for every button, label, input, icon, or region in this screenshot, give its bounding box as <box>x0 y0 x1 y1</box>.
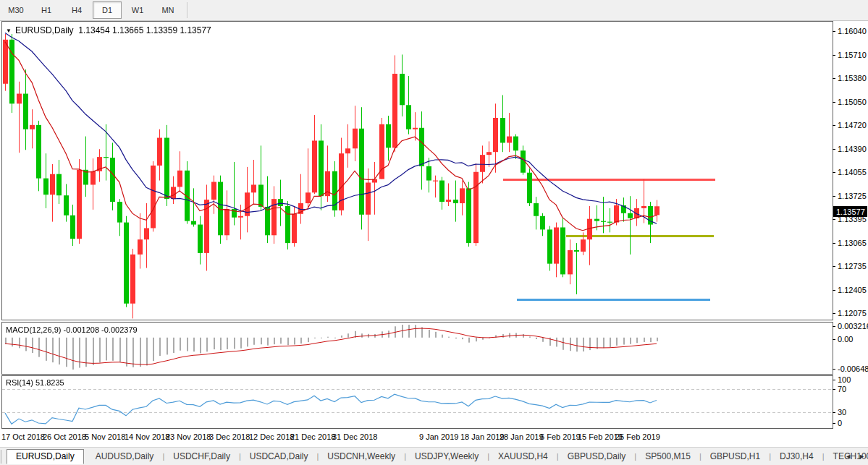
date-label: 5 Nov 2018 <box>85 432 125 441</box>
price-tick: 1.14055 <box>833 168 868 176</box>
tab-audusd[interactable]: AUDUSD,Daily <box>87 449 163 464</box>
price-tick: 1.15050 <box>833 98 868 106</box>
price-tick-label: 1.12735 <box>838 262 867 270</box>
date-label: 12 Dec 2018 <box>249 432 294 441</box>
tab-dj30[interactable]: DJ30,H4 <box>771 449 822 464</box>
price-tick: 1.12735 <box>833 262 868 270</box>
axis-tick-dash <box>833 125 835 126</box>
axis-tick-dash <box>833 369 835 370</box>
tab-usdjpy[interactable]: USDJPY,Weekly <box>406 449 487 464</box>
chart-tabbar: EURUSD,DailyAUDUSD,Daily|USDCHF,Daily|US… <box>0 447 868 465</box>
date-label: 25 Feb 2019 <box>615 432 660 441</box>
axis-tick-dash <box>833 266 835 267</box>
rsi-tick: 100 <box>833 375 868 384</box>
rsi-tick: 30 <box>833 408 868 417</box>
axis-tick-dash <box>833 313 835 314</box>
axis-tick-dash <box>833 412 835 413</box>
axis-tick-dash <box>833 290 835 291</box>
price-tick: 1.14390 <box>833 145 868 153</box>
rsi-title: RSI(14) 51.8235 <box>6 378 64 387</box>
price-chart-pane <box>1 21 833 320</box>
price-tick-label: 1.12075 <box>838 309 867 317</box>
timeframe-button-w1[interactable]: W1 <box>123 1 152 19</box>
tab-usdcnh[interactable]: USDCNH,Weekly <box>319 449 404 464</box>
tab-xauusd[interactable]: XAUUSD,H4 <box>489 449 557 464</box>
price-tick: 1.13065 <box>833 239 868 247</box>
tab-sp500[interactable]: SP500,M15 <box>636 449 699 464</box>
price-tick-label: 1.15710 <box>838 51 867 59</box>
macd-tick-label: -0.006485 <box>838 364 868 373</box>
axis-tick-dash <box>833 31 835 32</box>
price-tick-label: 1.14055 <box>838 168 867 176</box>
tab-usdchf[interactable]: USDCHF,Daily <box>164 449 239 464</box>
axis-tick-dash <box>833 102 835 103</box>
trading-terminal-window: M30H1H4D1W1MN ▼EURUSD,Daily 1.13454 1.13… <box>0 0 868 465</box>
tab-scroll-left-icon[interactable]: ◄ <box>845 453 851 461</box>
tab-gbpusd[interactable]: GBPUSD,Daily <box>559 449 635 464</box>
tab-scroll-right-icon[interactable]: ► <box>859 453 865 461</box>
rsi-canvas[interactable] <box>2 376 833 428</box>
date-label: 26 Oct 2018 <box>43 432 86 441</box>
chevron-down-icon[interactable]: ▼ <box>6 27 12 34</box>
tab-usdcad[interactable]: USDCAD,Daily <box>241 449 317 464</box>
axis-tick-dash <box>833 219 835 220</box>
timeframe-button-m30[interactable]: M30 <box>1 1 30 19</box>
timeframe-button-mn[interactable]: MN <box>153 1 182 19</box>
toolbar-separator <box>187 2 188 18</box>
price-tick-label: 1.14720 <box>838 121 867 129</box>
price-tick-label: 1.12405 <box>838 286 867 294</box>
axis-tick-dash <box>833 172 835 173</box>
ohlc-values: 1.13454 1.13665 1.13359 1.13577 <box>78 25 211 35</box>
price-tick: 1.15380 <box>833 74 868 82</box>
timeframe-toolbar: M30H1H4D1W1MN <box>0 0 868 21</box>
date-label: 21 Dec 2018 <box>290 432 335 441</box>
date-label: 18 Jan 2019 <box>460 432 505 441</box>
price-tick-label: 1.16040 <box>838 27 867 35</box>
macd-tick: 0.003216 <box>833 322 868 330</box>
date-label: 23 Nov 2018 <box>166 432 211 441</box>
price-tick: 1.16040 <box>833 27 868 35</box>
tabs-holder: EURUSD,DailyAUDUSD,Daily|USDCHF,Daily|US… <box>2 449 868 464</box>
date-label: 9 Jan 2019 <box>419 432 458 441</box>
macd-title: MACD(12,26,9) -0.001208 -0.002379 <box>6 325 138 334</box>
macd-tick: 0.00 <box>833 335 868 344</box>
price-tick-label: 1.13725 <box>838 192 867 200</box>
axis-tick-dash <box>833 339 835 340</box>
axis-tick-dash <box>833 243 835 244</box>
date-label: 3 Dec 2018 <box>209 432 250 441</box>
macd-tick-label: 0.003216 <box>838 322 868 330</box>
rsi-tick-label: 70 <box>838 385 846 393</box>
price-tick: 1.12405 <box>833 286 868 294</box>
price-tick-label: 1.15380 <box>838 74 867 82</box>
date-label: 6 Feb 2019 <box>540 432 581 441</box>
date-label: 28 Jan 2019 <box>500 432 544 441</box>
tab-scroll-arrows: ◄ ► <box>845 453 865 461</box>
price-tick: 1.14720 <box>833 121 868 129</box>
axis-tick-dash <box>833 389 835 390</box>
axis-tick-dash <box>833 380 835 380</box>
price-tick-label: 1.15050 <box>838 98 867 106</box>
macd-tick: -0.006485 <box>833 364 868 373</box>
price-tick-label: 1.14390 <box>838 145 867 153</box>
price-chart-canvas[interactable] <box>2 22 833 320</box>
price-tick-label: 1.13065 <box>838 239 867 247</box>
rsi-tick-label: 100 <box>838 375 851 384</box>
symbol-ohlc-header: ▼EURUSD,Daily 1.13454 1.13665 1.13359 1.… <box>6 25 211 35</box>
axis-tick-dash <box>833 326 835 327</box>
current-price-tag: 1.13577 <box>833 206 867 217</box>
axis-tick-dash <box>833 149 835 150</box>
tab-eurusd[interactable]: EURUSD,Daily <box>7 449 84 464</box>
rsi-tick-label: 0 <box>838 419 842 427</box>
price-tick: 1.12075 <box>833 309 868 317</box>
rsi-tick-label: 30 <box>838 408 846 417</box>
symbol-label: EURUSD,Daily <box>15 25 74 35</box>
tab-gbpusd[interactable]: GBPUSD,H1 <box>701 449 769 464</box>
date-label: 14 Nov 2018 <box>125 432 169 441</box>
price-tick: 1.15710 <box>833 51 868 59</box>
rsi-tick: 70 <box>833 385 868 393</box>
axis-tick-dash <box>833 196 835 197</box>
date-label: 31 Dec 2018 <box>332 432 377 441</box>
timeframe-button-h4[interactable]: H4 <box>62 1 91 19</box>
timeframe-button-d1[interactable]: D1 <box>93 1 122 19</box>
timeframe-button-h1[interactable]: H1 <box>32 1 61 19</box>
